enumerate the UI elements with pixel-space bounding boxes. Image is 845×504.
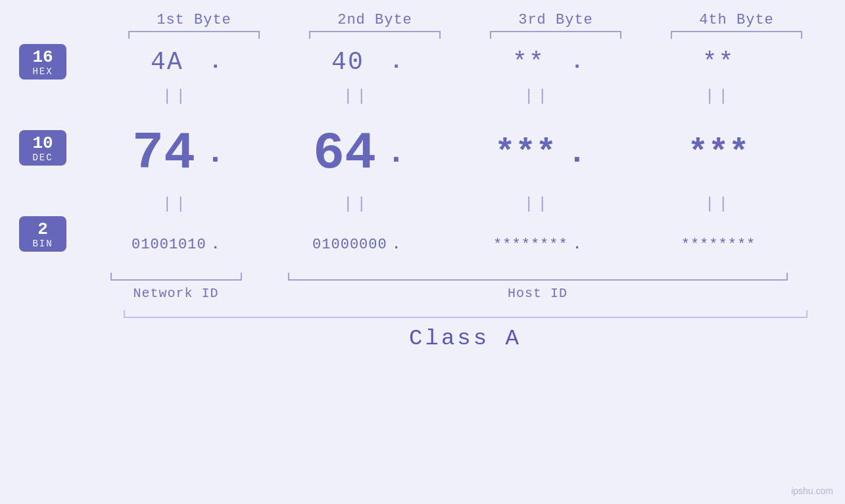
eq2-cell-1: || xyxy=(85,195,266,219)
hex-badge-row: 16 HEX xyxy=(19,39,66,85)
dec-cell-3: *** . xyxy=(447,134,628,173)
badges-column: 16 HEX 10 DEC 2 BIN xyxy=(0,39,85,257)
byte1-header: 1st Byte xyxy=(104,12,285,28)
content-area: 16 HEX 10 DEC 2 BIN xyxy=(0,39,845,301)
hex-cell-4: ** xyxy=(628,48,809,76)
class-bracket xyxy=(124,310,808,318)
bin-cell-2: 01000000 . xyxy=(266,237,447,253)
hex-cell-3: ** . xyxy=(447,48,628,76)
network-id-label: Network ID xyxy=(133,286,218,301)
top-bracket-1 xyxy=(128,31,260,39)
hex-badge-number: 16 xyxy=(22,48,64,67)
eq2-cell-4: || xyxy=(628,195,809,219)
bracket-cell-3 xyxy=(466,31,646,39)
bin-badge: 2 BIN xyxy=(19,216,66,252)
main-container: 1st Byte 2nd Byte 3rd Byte 4th Byte 16 H… xyxy=(0,0,845,504)
bin-badge-row: 2 BIN xyxy=(19,211,66,257)
bin-cell-3: ******** . xyxy=(447,237,628,253)
dec-badge-number: 10 xyxy=(22,134,64,153)
net-bracket-bottom xyxy=(110,273,242,281)
eq2-cell-2: || xyxy=(266,195,447,219)
hex-dot-2: . xyxy=(390,50,402,74)
bracket-cell-4 xyxy=(646,31,827,39)
network-id-bracket-wrap: Network ID xyxy=(85,273,266,301)
bin-dot-1: . xyxy=(211,237,220,253)
hex-value-3: ** xyxy=(489,48,568,76)
bracket-cell-1 xyxy=(104,31,285,39)
dec-badge-label: DEC xyxy=(22,152,64,163)
hex-cell-2: 40 . xyxy=(266,48,447,76)
dec-badge: 10 DEC xyxy=(19,130,66,166)
byte-headers: 1st Byte 2nd Byte 3rd Byte 4th Byte xyxy=(43,0,845,28)
hex-badge-label: HEX xyxy=(22,66,64,77)
dec-badge-row: 10 DEC xyxy=(19,108,66,187)
bin-value-4: ******** xyxy=(679,237,758,253)
hex-value-1: 4A xyxy=(128,48,206,76)
bin-value-2: 01000000 xyxy=(310,237,389,253)
bin-badge-label: BIN xyxy=(22,239,64,249)
eq2-cell-3: || xyxy=(447,195,628,219)
host-id-bracket-wrap: Host ID xyxy=(266,273,809,301)
dec-dot-1: . xyxy=(206,135,225,171)
top-bracket-row xyxy=(43,31,845,39)
dec-cell-1: 74 . xyxy=(85,124,266,183)
eq1-cell-2: || xyxy=(266,87,447,111)
hex-value-2: 40 xyxy=(308,48,387,76)
dec-cell-4: *** xyxy=(628,134,809,173)
bin-badge-number: 2 xyxy=(22,220,64,239)
dec-dot-3: . xyxy=(567,135,587,171)
dec-value-3: *** xyxy=(486,134,565,173)
dec-value-4: *** xyxy=(679,134,758,173)
eq1-cell-3: || xyxy=(447,87,628,111)
equals-row-1: || || || || xyxy=(85,87,845,111)
bin-value-1: 01001010 xyxy=(130,237,208,253)
hex-cell-1: 4A . xyxy=(85,48,266,76)
watermark: ipshu.com xyxy=(791,486,833,496)
bottom-bracket-row: Network ID Host ID xyxy=(85,273,845,301)
host-bracket-bottom xyxy=(288,273,788,281)
dec-value-2: 64 xyxy=(305,124,384,183)
top-bracket-4 xyxy=(671,31,802,39)
dec-value-1: 74 xyxy=(124,124,203,183)
dec-cell-2: 64 . xyxy=(266,124,447,183)
dec-dot-2: . xyxy=(387,135,406,171)
top-bracket-2 xyxy=(309,31,441,39)
eq1-cell-1: || xyxy=(85,87,266,111)
eq1-cell-4: || xyxy=(628,87,809,111)
hex-dot-3: . xyxy=(571,50,583,74)
bin-cell-1: 01001010 . xyxy=(85,237,266,253)
rows-column: 4A . 40 . ** . ** || || || xyxy=(85,39,845,301)
hex-dot-1: . xyxy=(209,50,222,74)
byte4-header: 4th Byte xyxy=(646,12,827,28)
bin-value-3: ******** xyxy=(491,237,570,253)
byte3-header: 3rd Byte xyxy=(466,12,646,28)
host-id-label: Host ID xyxy=(508,286,567,301)
class-area: Class A xyxy=(43,310,845,351)
byte2-header: 2nd Byte xyxy=(285,12,466,28)
bin-cell-4: ******** xyxy=(628,237,809,253)
bin-data-row: 01001010 . 01000000 . ******** . *******… xyxy=(85,221,845,267)
top-bracket-3 xyxy=(490,31,621,39)
hex-data-row: 4A . 40 . ** . ** xyxy=(85,39,845,85)
dec-data-row: 74 . 64 . *** . *** xyxy=(85,114,845,193)
bin-dot-2: . xyxy=(392,237,400,253)
bin-dot-3: . xyxy=(573,237,581,253)
class-label: Class A xyxy=(409,326,521,351)
hex-value-4: ** xyxy=(679,48,758,76)
equals-row-2: || || || || xyxy=(85,195,845,219)
hex-badge: 16 HEX xyxy=(19,44,66,80)
bracket-cell-2 xyxy=(285,31,466,39)
